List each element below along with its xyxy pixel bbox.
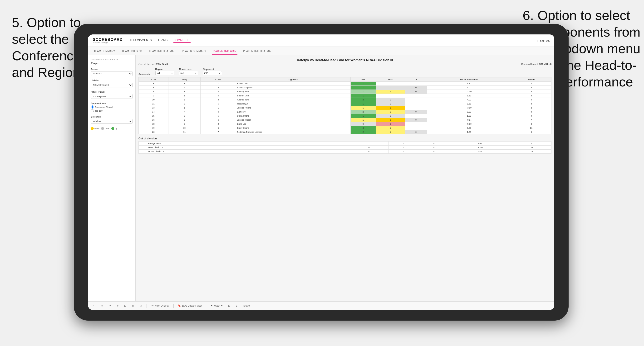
cell-loss: 0 xyxy=(376,114,405,118)
step-back-button[interactable]: ⏮ xyxy=(100,304,105,308)
player-rank-select[interactable]: 8. Katelyn Vo xyxy=(91,94,132,99)
table-row: 11 2 5 Heejo Hyun 1 0 3.33 3 xyxy=(139,102,552,106)
tablet-screen: SCOREBOARD Powered by clippd TOURNAMENTS… xyxy=(88,34,554,310)
last-updated: Last Updated: 27/03/2024 16:34 xyxy=(91,58,132,60)
sub-nav-player-summary[interactable]: PLAYER SUMMARY xyxy=(181,48,207,54)
legend-down: Down xyxy=(91,127,99,130)
logo-scoreboard: SCOREBOARD xyxy=(93,38,123,41)
colour-by-select[interactable]: Win/loss xyxy=(91,119,132,124)
cell-diff: 3.33 xyxy=(427,102,511,106)
ood-diff: 4.500 xyxy=(449,142,512,146)
cell-loss: 1 xyxy=(376,90,405,94)
conference-select[interactable]: (All) xyxy=(179,71,198,75)
opponent-select[interactable]: (All) xyxy=(203,71,222,75)
cell-div: 13 xyxy=(139,106,168,110)
division-select[interactable]: NCAA Division III NCAA Division I NCAA D… xyxy=(91,83,132,87)
cell-reg: 3 xyxy=(168,90,200,94)
cell-rounds: 4 xyxy=(511,114,552,118)
cell-reg: 11 xyxy=(168,130,200,134)
cell-opponent: Alexis Sudjianto xyxy=(236,86,350,90)
cell-diff: -3.00 xyxy=(427,106,511,110)
pause-button[interactable]: ⏸ xyxy=(130,304,136,308)
legend-up: Up xyxy=(111,127,117,130)
opponent-view-radio-group: Opponents Played Top 100 xyxy=(91,105,132,112)
cell-diff: 4.00 xyxy=(427,86,511,90)
region-select[interactable]: (All) xyxy=(155,71,174,75)
cell-win: 0 xyxy=(350,122,376,126)
save-custom-button[interactable]: 🔖 Save Custom View xyxy=(176,304,203,308)
cell-reg: 1 xyxy=(168,106,200,110)
nav-item-committee[interactable]: COMMITTEE xyxy=(174,38,190,43)
watch-button[interactable]: ⚑ Watch ▾ xyxy=(209,304,224,308)
ood-table-row: NCAA Division 2 5 0 0 7.400 10 xyxy=(139,150,552,154)
sub-nav-player-h2h-grid[interactable]: PLAYER H2H GRID xyxy=(212,47,238,55)
view-original-button[interactable]: 👁 View: Original xyxy=(150,304,170,308)
cell-conf: 7 xyxy=(200,130,236,134)
cell-div: 20 xyxy=(139,130,168,134)
legend-up-dot xyxy=(111,127,114,130)
cell-div: 15 xyxy=(139,114,168,118)
cell-reg: 2 xyxy=(168,102,200,106)
save-custom-label: Save Custom View xyxy=(182,305,202,307)
th-reg: # Reg xyxy=(168,77,200,82)
redo-button[interactable]: ↪ xyxy=(108,304,112,308)
cell-rounds: 9 xyxy=(511,110,552,114)
filter-opponents-group: Opponents: xyxy=(138,73,150,75)
table-row: 9 1 4 Sharon Mun 1 3.67 3 xyxy=(139,94,552,98)
ood-table-body: Foreign Team 1 0 0 4.500 2 NAIA Division… xyxy=(139,142,552,154)
logo-area: SCOREBOARD Powered by clippd xyxy=(93,38,123,43)
toolbar-divider-3 xyxy=(206,304,206,308)
refresh-button[interactable]: ↻ xyxy=(115,304,120,308)
radio-top100[interactable]: Top 100 xyxy=(91,109,132,112)
cell-div: 19 xyxy=(139,126,168,130)
cell-reg: 6 xyxy=(168,98,200,102)
sub-nav-player-h2h-heatmap[interactable]: PLAYER H2H HEATMAP xyxy=(242,48,273,54)
copy-button[interactable]: ⊞ xyxy=(123,304,128,308)
ood-rounds: 2 xyxy=(512,142,551,146)
cell-win: 1 xyxy=(350,106,376,110)
share-button[interactable]: Share xyxy=(242,304,251,308)
panel-gender-section: Gender Women's Men's xyxy=(91,68,132,76)
cell-reg: 10 xyxy=(168,126,200,130)
cell-rounds: 3 xyxy=(511,90,552,94)
panel-colour-section: Colour by Win/loss xyxy=(91,116,132,124)
cell-opponent: Euna Lee xyxy=(236,122,350,126)
sign-out-button[interactable]: Sign out xyxy=(540,39,550,42)
nav-item-teams[interactable]: TEAMS xyxy=(158,38,168,43)
nav-item-tournaments[interactable]: TOURNAMENTS xyxy=(130,38,152,43)
toolbar-divider-2 xyxy=(174,304,174,308)
cell-loss: 1 xyxy=(376,130,405,134)
sub-nav-team-summary[interactable]: TEAM SUMMARY xyxy=(93,48,116,54)
cell-loss: 0 xyxy=(376,86,405,90)
bottom-toolbar: ↩ ⏮ ↪ ↻ ⊞ ⏸ ⏱ 👁 View: Original 🔖 Save Cu… xyxy=(88,301,554,310)
ood-diff: 7.400 xyxy=(449,150,512,154)
panel-player-section: Player xyxy=(91,62,132,65)
overall-record: Overall Record: 353 - 34 - 6 xyxy=(138,63,168,66)
cell-loss xyxy=(376,94,405,98)
ood-table-row: Foreign Team 1 0 0 4.500 2 xyxy=(139,142,552,146)
sub-nav-team-h2h-heatmap[interactable]: TEAM H2H HEATMAP xyxy=(148,48,176,54)
cell-loss: 1 xyxy=(376,106,405,110)
main-content: Last Updated: 27/03/2024 16:34 Player Ge… xyxy=(88,55,554,301)
gender-select[interactable]: Women's Men's xyxy=(91,71,132,76)
sub-nav-team-h2h-grid[interactable]: TEAM H2H GRID xyxy=(121,48,143,54)
panel-division-section: Division NCAA Division III NCAA Division… xyxy=(91,79,132,87)
radio-opponents-played[interactable]: Opponents Played xyxy=(91,105,132,109)
division-label: Division xyxy=(91,79,132,82)
th-div: # Div xyxy=(139,77,168,82)
overall-record-label: Overall Record: xyxy=(138,63,155,66)
export-button[interactable]: ⤓ xyxy=(234,304,239,308)
ood-loss: 0 xyxy=(389,142,419,146)
cell-rounds: 3 xyxy=(511,86,552,90)
table-row: 5 2 2 Alexis Sudjianto 1 0 0 4.00 3 xyxy=(139,86,552,90)
grid-button[interactable]: ⊞ xyxy=(227,304,232,308)
ood-tie: 0 xyxy=(419,142,449,146)
cell-reg: 1 xyxy=(168,94,200,98)
cell-win: 1 xyxy=(350,86,376,90)
undo-button[interactable]: ↩ xyxy=(92,304,96,308)
cell-rounds: 6 xyxy=(511,130,552,134)
legend-down-label: Down xyxy=(94,128,99,130)
filter-conference-group: Conference (All) xyxy=(179,68,198,75)
clock-button[interactable]: ⏱ xyxy=(138,304,144,308)
cell-div: 3 xyxy=(139,82,168,86)
